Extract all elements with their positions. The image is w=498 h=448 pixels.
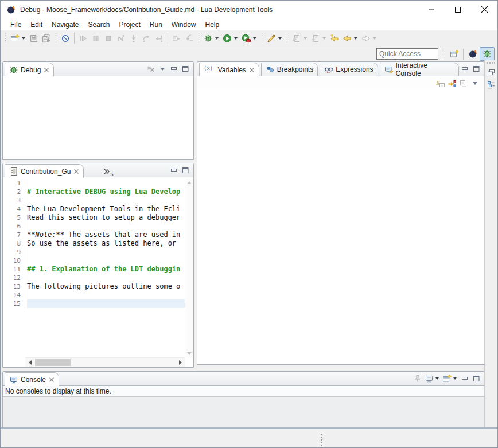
tab-expressions[interactable]: x= Expressions xyxy=(320,63,378,76)
step-into-button[interactable] xyxy=(127,32,140,45)
tab-variables[interactable]: (x)= Variables xyxy=(199,63,259,76)
resume-button[interactable] xyxy=(77,32,90,45)
view-menu-button[interactable] xyxy=(157,63,168,75)
code-line[interactable] xyxy=(27,196,185,205)
code-line[interactable]: Read this section to setup a debugger xyxy=(27,213,185,222)
minimize-view-button[interactable] xyxy=(168,165,180,176)
forward-button[interactable] xyxy=(360,32,372,45)
collapse-all-button[interactable] xyxy=(458,78,469,89)
close-icon[interactable] xyxy=(73,169,79,174)
scroll-up-arrow[interactable] xyxy=(187,181,192,184)
maximize-view-button[interactable] xyxy=(470,373,482,384)
back-button[interactable] xyxy=(341,32,353,45)
step-over-button[interactable] xyxy=(140,32,153,45)
maximize-view-button[interactable] xyxy=(180,63,191,75)
forward-dropdown-arrow[interactable] xyxy=(373,37,376,40)
save-button[interactable] xyxy=(28,32,40,45)
scroll-down-arrow[interactable] xyxy=(187,352,192,355)
previous-annotation-dropdown-arrow[interactable] xyxy=(322,37,326,40)
suspend-button[interactable] xyxy=(90,32,102,45)
run-button[interactable] xyxy=(221,32,234,45)
window-close-button[interactable] xyxy=(471,1,497,18)
mark-occurrences-dropdown-arrow[interactable] xyxy=(278,37,282,40)
more-editors-chevron[interactable]: 5 xyxy=(103,166,113,177)
code-line[interactable]: # Interactive DEBUG using Lua Develop xyxy=(27,188,185,196)
menu-item-navigate[interactable]: Navigate xyxy=(47,20,83,30)
minimize-view-button[interactable] xyxy=(168,63,180,75)
drop-to-frame-button[interactable] xyxy=(183,32,196,45)
skip-all-breakpoints-button[interactable] xyxy=(59,32,72,45)
show-logical-structure-button[interactable] xyxy=(446,78,458,89)
view-menu-button[interactable] xyxy=(469,78,481,89)
menu-item-search[interactable]: Search xyxy=(83,20,114,30)
code-line[interactable] xyxy=(27,256,185,265)
menu-item-project[interactable]: Project xyxy=(114,20,145,30)
tab-breakpoints[interactable]: Breakpoints xyxy=(261,63,318,76)
new-dropdown-arrow[interactable] xyxy=(22,37,25,40)
new-button[interactable] xyxy=(9,32,21,45)
debug-view-content[interactable] xyxy=(3,76,193,159)
menu-item-file[interactable]: File xyxy=(6,20,26,30)
scroll-right-arrow[interactable] xyxy=(179,360,182,365)
outline-view-button[interactable] xyxy=(486,80,496,90)
menu-item-window[interactable]: Window xyxy=(167,20,201,30)
pin-console-button[interactable] xyxy=(412,373,423,384)
code-line[interactable] xyxy=(27,291,185,299)
minimize-view-button[interactable] xyxy=(459,373,470,384)
menu-item-help[interactable]: Help xyxy=(201,20,224,30)
show-type-names-button[interactable]: K xyxy=(435,78,446,89)
back-dropdown-arrow[interactable] xyxy=(354,37,357,40)
code-line[interactable]: The Lua Development Tools in the Ecli xyxy=(27,205,185,213)
last-edit-location-button[interactable] xyxy=(328,32,341,45)
code-line[interactable] xyxy=(27,248,185,256)
code-line[interactable]: The following pictures outline some o xyxy=(27,282,185,291)
open-console-button[interactable] xyxy=(441,373,453,384)
minimize-view-button[interactable] xyxy=(459,63,470,75)
code-line[interactable]: So use the assets as listed here, or xyxy=(27,239,185,248)
code-line[interactable]: ## 1. Explanation of the LDT debuggin xyxy=(27,265,185,274)
remove-all-terminated-button[interactable] xyxy=(145,63,157,75)
close-icon[interactable] xyxy=(249,67,255,73)
code-line[interactable] xyxy=(27,299,185,308)
debug-button[interactable] xyxy=(202,32,215,45)
open-perspective-button[interactable] xyxy=(448,48,461,60)
editor-horizontal-scrollbar[interactable] xyxy=(25,357,185,367)
tab-contribution-guide[interactable]: Contribution_Gu xyxy=(5,164,84,178)
code-line[interactable] xyxy=(27,274,185,282)
next-annotation-button[interactable] xyxy=(290,32,303,45)
tab-interactive-console[interactable]: Interactive Console xyxy=(380,63,459,76)
previous-annotation-button[interactable] xyxy=(309,32,322,45)
external-tools-button[interactable] xyxy=(240,32,252,45)
code-line[interactable]: **Note:** The assets that are used in xyxy=(27,231,185,239)
menu-item-run[interactable]: Run xyxy=(145,20,167,30)
variables-view-content[interactable] xyxy=(197,90,484,364)
display-console-dropdown-arrow[interactable] xyxy=(435,377,439,380)
trim-drag-handle[interactable] xyxy=(487,62,495,64)
window-maximize-button[interactable] xyxy=(445,1,471,18)
scroll-left-arrow[interactable] xyxy=(29,360,32,365)
external-tools-dropdown-arrow[interactable] xyxy=(253,37,256,40)
debug-dropdown-arrow[interactable] xyxy=(215,37,219,40)
code-line[interactable] xyxy=(27,179,185,188)
run-dropdown-arrow[interactable] xyxy=(234,37,238,40)
scrollbar-thumb[interactable] xyxy=(35,359,71,366)
quick-access-input[interactable] xyxy=(376,48,438,60)
tab-console[interactable]: Console xyxy=(5,372,59,386)
ldt-perspective-button[interactable] xyxy=(466,48,480,60)
restore-view-button[interactable] xyxy=(486,67,496,77)
step-return-button[interactable] xyxy=(153,32,165,45)
debug-perspective-button[interactable] xyxy=(480,47,495,61)
editor-vertical-scrollbar[interactable] xyxy=(185,179,193,357)
terminate-button[interactable] xyxy=(102,32,115,45)
next-annotation-dropdown-arrow[interactable] xyxy=(304,37,307,40)
save-all-button[interactable] xyxy=(40,32,53,45)
disconnect-button[interactable] xyxy=(115,32,127,45)
use-step-filters-button[interactable] xyxy=(170,32,183,45)
display-selected-console-button[interactable] xyxy=(423,373,435,384)
close-icon[interactable] xyxy=(44,67,49,73)
menu-item-edit[interactable]: Edit xyxy=(26,20,47,30)
mark-occurrences-button[interactable] xyxy=(265,32,278,45)
window-minimize-button[interactable] xyxy=(418,1,445,18)
tab-debug[interactable]: Debug xyxy=(5,63,54,76)
open-console-dropdown-arrow[interactable] xyxy=(453,377,457,380)
